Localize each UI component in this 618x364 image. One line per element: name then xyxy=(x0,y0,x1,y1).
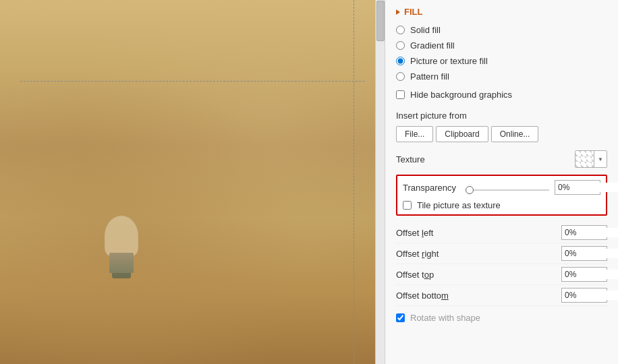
online-button[interactable]: Online... xyxy=(491,126,539,142)
transparency-spinner: ▲ ▼ xyxy=(555,180,600,195)
transparency-tile-section: Transparency ▲ ▼ Tile picture as texture xyxy=(396,175,607,216)
offset-bottom-spinner: ▲ ▼ xyxy=(561,288,607,303)
transparency-label: Transparency xyxy=(403,183,460,193)
rotate-with-shape-row: Rotate with shape xyxy=(396,313,607,323)
texture-dropdown-icon[interactable]: ▼ xyxy=(594,151,607,167)
gradient-fill-label: Gradient fill xyxy=(410,40,455,51)
offset-left-spinner: ▲ ▼ xyxy=(561,225,607,240)
dotted-right-border xyxy=(354,0,354,364)
picture-fill-option[interactable]: Picture or texture fill xyxy=(396,56,607,66)
transparency-row: Transparency ▲ ▼ xyxy=(403,180,600,195)
transparency-slider[interactable] xyxy=(466,189,549,191)
background-image xyxy=(0,0,385,364)
offset-bottom-row: Offset bottom ▲ ▼ xyxy=(396,285,607,306)
tile-picture-checkbox[interactable] xyxy=(403,201,412,210)
offset-bottom-label: Offset bottom xyxy=(396,291,561,301)
insert-picture-label: Insert picture from xyxy=(396,111,607,121)
insert-picture-section: Insert picture from File... Clipboard On… xyxy=(396,111,607,142)
picture-fill-radio[interactable] xyxy=(396,57,405,65)
fill-radio-group: Solid fill Gradient fill Picture or text… xyxy=(396,25,607,82)
collapse-triangle-icon[interactable] xyxy=(396,9,400,15)
hide-background-graphics-row: Hide background graphics xyxy=(396,90,607,100)
offset-top-value[interactable] xyxy=(562,270,618,279)
insert-picture-buttons: File... Clipboard Online... xyxy=(396,126,607,142)
texture-preview-icon xyxy=(575,151,594,167)
tile-picture-row: Tile picture as texture xyxy=(403,200,600,210)
offset-top-row: Offset top ▲ ▼ xyxy=(396,264,607,285)
offset-left-value[interactable] xyxy=(562,228,618,237)
solid-fill-label: Solid fill xyxy=(410,25,441,35)
offset-right-label: Offset right xyxy=(396,249,561,259)
picture-fill-label: Picture or texture fill xyxy=(410,56,488,66)
lightbulb-illustration xyxy=(94,216,148,297)
format-panel: FILL Solid fill Gradient fill Picture or… xyxy=(385,0,618,364)
offset-top-label: Offset top xyxy=(396,270,561,280)
offset-section: Offset left ▲ ▼ Offset right ▲ ▼ xyxy=(396,222,607,306)
bulb-base xyxy=(109,253,134,273)
offset-left-label: Offset left xyxy=(396,228,561,238)
fill-section-header: FILL xyxy=(396,7,607,17)
rotate-with-shape-label: Rotate with shape xyxy=(410,313,480,323)
scroll-thumb[interactable] xyxy=(376,1,385,41)
solid-fill-radio[interactable] xyxy=(396,26,405,34)
dotted-top-border xyxy=(20,81,364,82)
offset-right-value[interactable] xyxy=(562,249,618,258)
texture-label: Texture xyxy=(396,154,425,164)
rotate-with-shape-checkbox[interactable] xyxy=(396,313,405,322)
solid-fill-option[interactable]: Solid fill xyxy=(396,25,607,35)
hide-background-graphics-label: Hide background graphics xyxy=(410,90,512,100)
offset-right-spinner: ▲ ▼ xyxy=(561,246,607,261)
hide-background-graphics-checkbox[interactable] xyxy=(396,90,405,99)
offset-left-row: Offset left ▲ ▼ xyxy=(396,222,607,243)
texture-row: Texture ▼ xyxy=(396,150,607,168)
scrollbar[interactable] xyxy=(375,0,385,364)
fill-section-title: FILL xyxy=(404,7,422,17)
offset-top-spinner: ▲ ▼ xyxy=(561,267,607,282)
file-button[interactable]: File... xyxy=(396,126,433,142)
transparency-value[interactable] xyxy=(555,183,618,192)
pattern-fill-label: Pattern fill xyxy=(410,71,449,82)
gradient-fill-option[interactable]: Gradient fill xyxy=(396,40,607,51)
fill-section: FILL Solid fill Gradient fill Picture or… xyxy=(385,0,618,330)
pattern-fill-option[interactable]: Pattern fill xyxy=(396,71,607,82)
bulb-glass xyxy=(105,216,138,256)
tile-picture-label: Tile picture as texture xyxy=(417,200,501,210)
gradient-fill-radio[interactable] xyxy=(396,41,405,50)
clipboard-button[interactable]: Clipboard xyxy=(436,126,488,142)
image-panel xyxy=(0,0,385,364)
texture-button[interactable]: ▼ xyxy=(575,150,607,168)
offset-bottom-value[interactable] xyxy=(562,291,618,300)
offset-right-row: Offset right ▲ ▼ xyxy=(396,243,607,264)
pattern-fill-radio[interactable] xyxy=(396,72,405,81)
transparency-slider-container xyxy=(466,183,549,193)
